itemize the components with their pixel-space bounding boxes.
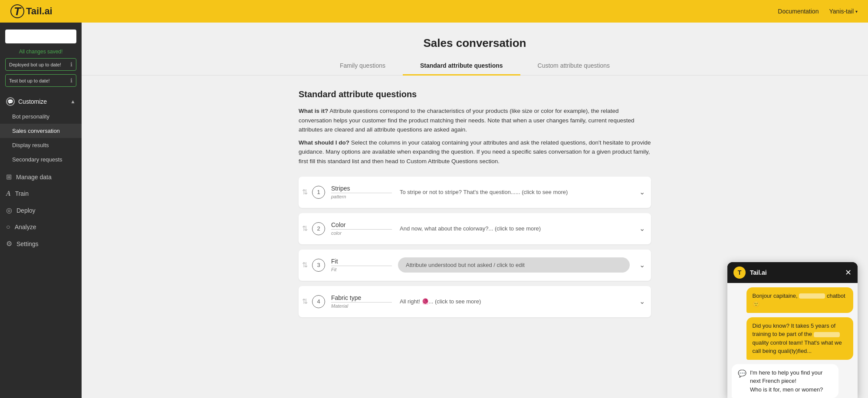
sidebar-item-secondary-requests[interactable]: Secondary requests — [0, 152, 82, 167]
chat-avatar: T — [733, 266, 746, 279]
attr-sub-1: pattern — [331, 194, 392, 199]
logo-text: Tail.ai — [26, 6, 53, 17]
chat-bubble-3: 💬 I'm here to help you find your next Fr… — [732, 364, 838, 398]
attr-label-3: Fit Fit — [331, 258, 392, 272]
logo-icon: T — [10, 4, 24, 18]
attr-question-4 — [398, 295, 630, 308]
manage-data-icon: ⊞ — [6, 173, 12, 181]
attr-num-3: 3 — [312, 259, 325, 272]
customize-header[interactable]: 💬 Customize ▲ — [0, 94, 82, 109]
attr-chevron-1[interactable]: ⌄ — [639, 188, 645, 196]
sidebar-item-manage-data[interactable]: ⊞ Manage data — [0, 168, 82, 185]
drag-handle-1[interactable]: ⇅ — [302, 188, 308, 196]
chat-bubble-3-text: I'm here to help you find your next Fren… — [750, 368, 832, 394]
sidebar-item-settings[interactable]: ⚙ Settings — [0, 235, 82, 252]
sidebar-item-train[interactable]: A Train — [0, 185, 82, 202]
chat-header: T Tail.ai ✕ — [727, 262, 858, 283]
attr-name-4: Fabric type — [331, 294, 392, 303]
chat-header-left: T Tail.ai — [733, 266, 767, 279]
logo: T Tail.ai — [10, 4, 53, 18]
chat-bubble-1: Bonjour capitaine, chatbot 🙂 — [746, 287, 853, 313]
attr-name-2: Color — [331, 221, 392, 230]
chevron-down-icon: ▾ — [855, 9, 858, 14]
bubble-icon: 💬 — [6, 97, 15, 106]
attr-name-1: Stripes — [331, 185, 392, 193]
attr-label-1: Stripes pattern — [331, 185, 392, 199]
analyze-label: Analyze — [15, 224, 36, 230]
save-status: All changes saved! — [0, 47, 82, 58]
tabs-bar: Family questions Standard attribute ques… — [82, 57, 868, 76]
attr-chevron-4[interactable]: ⌄ — [639, 297, 645, 306]
attr-chevron-3[interactable]: ⌄ — [639, 261, 645, 269]
test-bot-button[interactable]: Test bot up to date! ℹ — [5, 74, 76, 87]
drag-handle-4[interactable]: ⇅ — [302, 297, 308, 306]
drag-handle-2[interactable]: ⇅ — [302, 224, 308, 233]
sidebar-top — [0, 23, 82, 47]
train-icon: A — [6, 190, 11, 197]
analyze-icon: ○ — [6, 223, 10, 231]
section-title: Standard attribute questions — [299, 89, 651, 99]
customize-label: Customize — [18, 98, 70, 105]
settings-icon: ⚙ — [6, 240, 12, 248]
attribute-row-4: ⇅4Fabric type Material⌄ — [299, 286, 651, 317]
attr-question-1 — [398, 185, 630, 199]
chat-messages: Bonjour capitaine, chatbot 🙂 Did you kno… — [727, 283, 858, 398]
documentation-link[interactable]: Documentation — [778, 8, 819, 15]
attr-question-input-2[interactable] — [398, 222, 630, 235]
page-title: Sales conversation — [82, 23, 868, 57]
attr-question-input-1[interactable] — [398, 185, 630, 199]
customize-section: 💬 Customize ▲ Bot personality Sales conv… — [0, 92, 82, 168]
manage-data-label: Manage data — [16, 174, 52, 181]
attr-chevron-2[interactable]: ⌄ — [639, 224, 645, 233]
sidebar-item-analyze[interactable]: ○ Analyze — [0, 219, 82, 235]
what-is-it-text: Attribute questions correspond to the ch… — [299, 108, 634, 133]
attr-num-4: 4 — [312, 295, 325, 308]
settings-label: Settings — [16, 240, 39, 247]
attr-question-2 — [398, 222, 630, 235]
attribute-row-2: ⇅2Color color⌄ — [299, 213, 651, 244]
attr-question-3[interactable]: Attribute understood but not asked / cli… — [398, 257, 630, 273]
user-menu[interactable]: Yanis-tail ▾ — [829, 8, 858, 15]
sidebar-item-deploy[interactable]: ◎ Deploy — [0, 202, 82, 219]
tab-standard-attribute-questions[interactable]: Standard attribute questions — [403, 57, 520, 76]
sidebar-buttons: Deployed bot up to date! ℹ Test bot up t… — [0, 58, 82, 92]
attr-num-2: 2 — [312, 222, 325, 235]
deployed-bot-label: Deployed bot up to date! — [9, 62, 61, 67]
tab-custom-attribute-questions[interactable]: Custom attribute questions — [520, 57, 628, 76]
train-label: Train — [15, 190, 29, 197]
what-is-it-label: What is it? — [299, 108, 328, 114]
deployed-bot-button[interactable]: Deployed bot up to date! ℹ — [5, 58, 76, 71]
info-icon: ℹ — [70, 61, 72, 68]
attribute-rows: ⇅1Stripes pattern⌄⇅2Color color⌄⇅3Fit Fi… — [299, 177, 651, 317]
chat-bubble-2: Did you know? It takes 5 years of traini… — [746, 317, 853, 360]
sidebar-item-display-results[interactable]: Display results — [0, 138, 82, 152]
drag-handle-3[interactable]: ⇅ — [302, 261, 308, 269]
info-block: What is it? Attribute questions correspo… — [299, 106, 651, 166]
user-label: Yanis-tail — [829, 8, 854, 15]
sidebar-item-sales-conversation[interactable]: Sales conversation — [0, 124, 82, 138]
chat-title: Tail.ai — [750, 269, 767, 276]
tab-family-questions[interactable]: Family questions — [322, 57, 403, 76]
attribute-row-3: ⇅3Fit FitAttribute understood but not as… — [299, 250, 651, 281]
what-should-label: What should I do? — [299, 139, 349, 146]
attr-sub-4: Material — [331, 303, 392, 309]
attr-label-2: Color color — [331, 221, 392, 236]
attr-num-1: 1 — [312, 186, 325, 199]
topbar: T Tail.ai Documentation Yanis-tail ▾ — [0, 0, 868, 23]
bot-icon: 💬 — [738, 368, 746, 379]
what-should-text: Select the columns in your catalog conta… — [299, 139, 651, 164]
topbar-right: Documentation Yanis-tail ▾ — [778, 8, 858, 15]
attr-sub-2: color — [331, 230, 392, 236]
deploy-icon: ◎ — [6, 206, 12, 214]
sidebar-item-bot-personality[interactable]: Bot personality — [0, 109, 82, 124]
test-bot-label: Test bot up to date! — [9, 78, 50, 83]
chat-widget: T Tail.ai ✕ Bonjour capitaine, chatbot 🙂… — [727, 262, 858, 398]
info-icon-2: ℹ — [70, 77, 72, 84]
chat-close-button[interactable]: ✕ — [845, 268, 852, 277]
attribute-row-1: ⇅1Stripes pattern⌄ — [299, 177, 651, 208]
search-input[interactable] — [5, 30, 76, 43]
deploy-label: Deploy — [16, 207, 36, 214]
attr-question-input-4[interactable] — [398, 295, 630, 308]
attr-sub-3: Fit — [331, 267, 392, 272]
content-area: Standard attribute questions What is it?… — [288, 76, 661, 336]
